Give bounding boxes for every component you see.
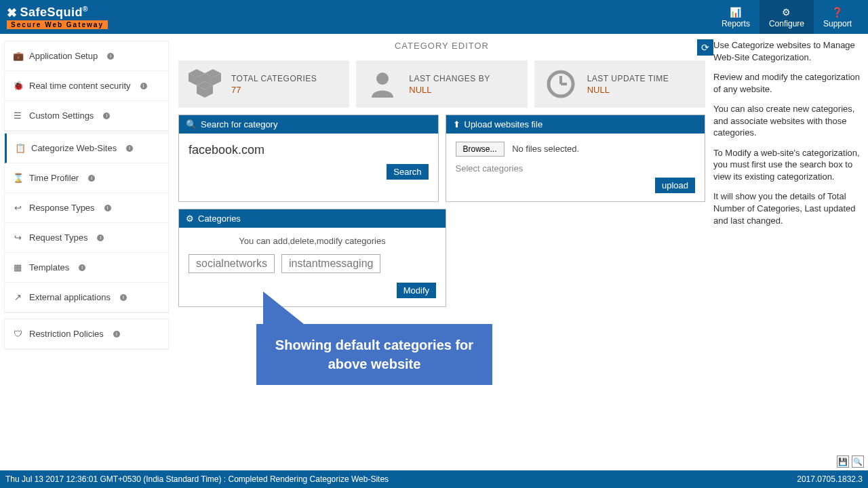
sidebar-item-label: Request Types — [29, 232, 87, 243]
sidebar-item-label: Time Profiler — [29, 173, 79, 183]
help-text: Review and modify the categorization of … — [713, 71, 863, 95]
info-icon: i — [140, 83, 147, 89]
nav-support[interactable]: ❓ Support — [814, 0, 861, 34]
stat-value: NULL — [409, 85, 490, 95]
stat-last-changes-by: LAST CHANGES BY NULL — [356, 60, 527, 108]
annotation-callout: Showing default categories for above web… — [256, 324, 492, 385]
info-icon: i — [103, 113, 110, 119]
nav-reports[interactable]: 📊 Reports — [712, 0, 760, 34]
categories-desc: You can add,delete,modify categories — [189, 236, 436, 246]
sidebar: 💼 Application Setup i 🐞 Real time conten… — [0, 34, 173, 470]
page-title: CATEGORY EDITOR — [178, 34, 705, 60]
stat-label: LAST UPDATE TIME — [587, 74, 669, 83]
sidebar-item-categorize-websites[interactable]: 📋 Categorize Web-Sites i — [5, 134, 168, 163]
panel-header: ⚙ Categories — [179, 209, 446, 228]
sidebar-item-label: Application Setup — [29, 51, 98, 61]
clock-icon — [544, 67, 578, 101]
topbar: ✖ SafeSquid® Secure Web Gateway 📊 Report… — [0, 0, 868, 34]
sidebar-item-label: Response Types — [29, 203, 95, 213]
shield-icon: 🛡 — [13, 329, 22, 339]
sidebar-item-restriction-policies[interactable]: 🛡 Restriction Policies i — [5, 319, 168, 349]
upload-icon: ⬆ — [453, 119, 460, 129]
search-button[interactable]: Search — [387, 164, 428, 180]
info-icon: i — [126, 145, 133, 152]
panel-header: 🔍 Search for category — [179, 115, 438, 134]
help-icon: ❓ — [831, 7, 843, 18]
panel-title: Upload websites file — [465, 119, 543, 129]
user-icon — [366, 67, 399, 101]
sidebar-item-custom-settings[interactable]: ☰ Custom Settings i — [5, 101, 168, 131]
version-text: 2017.0705.1832.3 — [797, 474, 863, 484]
sliders-icon: ☰ — [13, 110, 22, 121]
gears-icon: ⚙ — [782, 7, 791, 18]
external-icon: ↗ — [13, 292, 22, 302]
stat-total-categories: TOTAL CATEGORIES 77 — [178, 60, 349, 108]
category-chip[interactable]: instantmessaging — [281, 254, 381, 273]
sidebar-item-label: Custom Settings — [29, 110, 94, 121]
search-icon[interactable]: 🔍 — [852, 455, 864, 468]
sidebar-item-label: External applications — [29, 292, 111, 302]
svg-point-9 — [376, 73, 389, 85]
info-icon: i — [120, 294, 127, 301]
sidebar-item-application-setup[interactable]: 💼 Application Setup i — [5, 41, 168, 71]
stat-value: 77 — [231, 85, 317, 95]
info-icon: i — [88, 175, 95, 182]
upload-panel: ⬆ Upload websites file Browse... No file… — [446, 115, 706, 202]
select-categories-placeholder[interactable]: Select categories — [456, 163, 696, 174]
stat-label: TOTAL CATEGORIES — [231, 74, 317, 83]
help-column: ⟳ Use Categorize websites to Manage Web-… — [711, 34, 868, 470]
stat-last-update-time: LAST UPDATE TIME NULL — [534, 60, 705, 108]
sidebar-item-templates[interactable]: ▦ Templates i — [5, 253, 168, 283]
nav-reports-label: Reports — [722, 19, 750, 28]
forward-icon: ↪ — [13, 232, 22, 243]
sidebar-item-request-types[interactable]: ↪ Request Types i — [5, 223, 168, 253]
logo: ✖ SafeSquid® — [7, 5, 108, 20]
nav-configure-label: Configure — [769, 19, 804, 28]
help-text: Use Categorize websites to Manage Web-Si… — [713, 39, 863, 63]
nav-configure[interactable]: ⚙ Configure — [760, 0, 814, 34]
sidebar-item-realtime-security[interactable]: 🐞 Real time content security i — [5, 71, 168, 101]
browse-button[interactable]: Browse... — [456, 142, 505, 157]
help-text: To Modify a web-site's categorization, y… — [713, 147, 863, 183]
info-icon: i — [97, 235, 104, 241]
logo-block: ✖ SafeSquid® Secure Web Gateway — [7, 5, 108, 29]
refresh-icon[interactable]: ⟳ — [697, 39, 713, 56]
upload-button[interactable]: upload — [655, 178, 695, 193]
briefcase-icon: 💼 — [13, 51, 22, 61]
chart-icon: 📊 — [730, 7, 741, 18]
nav-support-label: Support — [823, 19, 852, 28]
hourglass-icon: ⌛ — [13, 173, 22, 183]
panel-title: Categories — [198, 214, 241, 224]
status-text: Thu Jul 13 2017 12:36:01 GMT+0530 (India… — [5, 474, 389, 484]
panel-header: ⬆ Upload websites file — [446, 115, 705, 134]
callout-text: Showing default categories for above web… — [270, 336, 479, 373]
help-text: You can also create new categories, and … — [713, 103, 863, 139]
workarea: CATEGORY EDITOR TOTAL CATEGORIES 77 — [173, 34, 711, 470]
info-icon: i — [104, 205, 111, 211]
sidebar-item-label: Templates — [29, 262, 69, 272]
stat-label: LAST CHANGES BY — [409, 74, 490, 83]
sidebar-item-label: Categorize Web-Sites — [31, 143, 117, 153]
sidebar-item-response-types[interactable]: ↩ Response Types i — [5, 193, 168, 223]
bug-icon: 🐞 — [13, 81, 22, 91]
registered-icon: ® — [83, 5, 88, 13]
reply-icon: ↩ — [13, 203, 22, 213]
category-chip[interactable]: socialnetworks — [189, 254, 275, 273]
search-panel: 🔍 Search for category Search — [178, 115, 439, 202]
sidebar-item-label: Restriction Policies — [29, 329, 104, 339]
sidebar-item-label: Real time content security — [29, 81, 131, 91]
list-icon: 📋 — [15, 143, 24, 153]
modify-button[interactable]: Modify — [397, 283, 436, 298]
no-files-label: No files selected. — [512, 144, 579, 154]
save-icon[interactable]: 💾 — [837, 455, 849, 468]
cubes-icon — [188, 67, 222, 101]
sidebar-item-time-profiler[interactable]: ⌛ Time Profiler i — [5, 163, 168, 193]
brand-tagline: Secure Web Gateway — [7, 20, 108, 29]
version-bar: 💾 🔍 — [833, 453, 868, 470]
sidebar-item-external-applications[interactable]: ↗ External applications i — [5, 283, 168, 312]
search-icon: 🔍 — [186, 119, 197, 129]
category-chips: socialnetworks instantmessaging — [189, 254, 436, 273]
help-text: It will show you the details of Total Nu… — [713, 190, 863, 226]
info-icon: i — [107, 53, 114, 60]
search-input[interactable] — [189, 142, 429, 164]
